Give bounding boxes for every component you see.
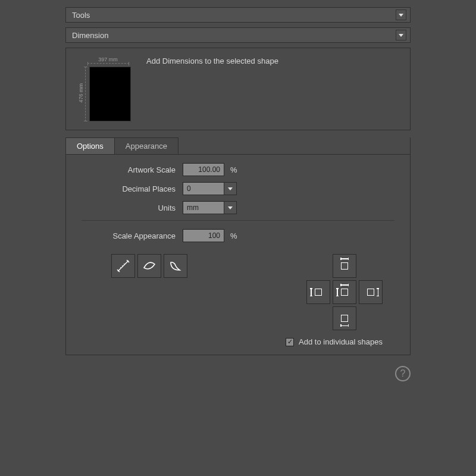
dimension-all-button[interactable] [333,280,356,304]
scale-appearance-label: Scale Appearance [82,231,183,240]
tab-bar: Options Appearance [66,137,410,155]
chevron-down-icon [228,187,233,190]
tools-header-label: Tools [72,11,90,20]
preview-panel: 397 mm 476 mm Add Dimensions to the sele… [65,48,411,130]
dimension-bottom-button[interactable] [333,306,356,330]
units-dropdown[interactable] [224,201,237,214]
arc-icon [168,258,183,274]
artwork-scale-label: Artwork Scale [82,165,183,174]
artwork-scale-unit: % [230,165,237,174]
measure-line-button[interactable] [111,254,135,278]
preview-width-label: 397 mm [85,57,131,62]
dimension-top-icon [337,258,352,274]
chevron-down-icon [399,14,403,17]
options-panel: Options Appearance Artwork Scale % Decim… [65,137,411,355]
tools-header[interactable]: Tools [65,7,411,23]
chevron-down-icon [228,206,233,209]
curve-leaf-icon [142,258,157,274]
decimal-places-dropdown[interactable] [224,182,237,195]
decimal-places-label: Decimal Places [82,184,183,193]
tab-options[interactable]: Options [66,137,115,154]
dimension-dropdown-button[interactable] [396,30,406,40]
units-input[interactable] [183,201,224,214]
svg-line-0 [118,261,129,271]
decimal-places-input[interactable] [183,182,224,195]
dimension-header[interactable]: Dimension [65,27,411,43]
tools-dropdown-button[interactable] [396,10,406,20]
artwork-scale-input[interactable] [183,163,224,176]
preview-shape [89,67,131,121]
dimension-left-button[interactable] [306,280,330,304]
help-button[interactable]: ? [395,366,411,381]
units-label: Units [82,203,183,212]
curve-leaf-button[interactable] [137,254,161,278]
dimension-right-button[interactable] [359,280,383,304]
dimension-placement-grid [306,254,383,330]
tab-appearance[interactable]: Appearance [115,137,178,154]
scale-appearance-unit: % [230,231,237,240]
chevron-down-icon [399,34,403,37]
dimension-left-icon [311,284,326,300]
measure-line-icon [115,258,131,274]
help-icon: ? [400,368,406,379]
preview-figure: 397 mm 476 mm [74,54,134,121]
preview-caption: Add Dimensions to the selected shape [146,54,278,121]
add-individual-label: Add to individual shapes [299,337,383,346]
preview-height-label: 476 mm [78,83,84,103]
dimension-all-icon [337,284,352,300]
separator [82,220,394,221]
preview-ruler-horizontal [87,63,129,64]
scale-appearance-input[interactable] [183,229,224,242]
dimension-right-icon [363,284,378,300]
arc-button[interactable] [164,254,187,278]
dimension-header-label: Dimension [72,31,108,40]
preview-ruler-vertical [85,67,86,121]
dimension-bottom-icon [337,311,352,326]
add-individual-checkbox[interactable]: ✓ [286,338,294,346]
dimension-top-button[interactable] [333,254,356,278]
